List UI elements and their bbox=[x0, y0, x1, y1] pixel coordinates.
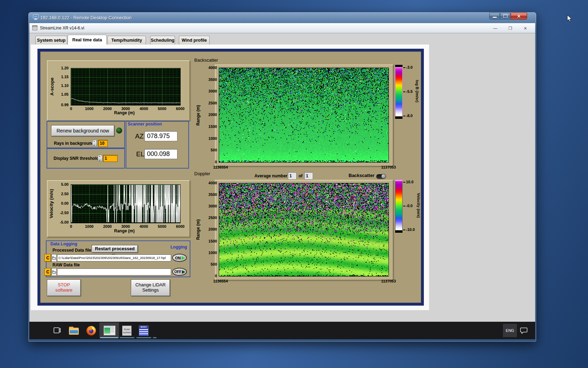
tab-label: System setup bbox=[37, 38, 65, 43]
tab-label: Wind profile bbox=[182, 38, 207, 43]
rdc-minimize-button[interactable] bbox=[489, 13, 500, 20]
scan-sched-label1: Scan bbox=[122, 328, 131, 331]
language-label: ENG bbox=[506, 328, 514, 333]
maximize-icon bbox=[503, 14, 507, 18]
tab-label: Scheduling bbox=[151, 38, 174, 43]
app-titlebar[interactable] bbox=[29, 23, 535, 33]
tab-label: Temp/humidity bbox=[111, 38, 142, 43]
main-panel bbox=[37, 49, 424, 306]
scan-sched-label2: sched bbox=[122, 331, 131, 334]
desktop-background: 192.168.0.122 - Remote Desktop Connectio… bbox=[0, 0, 588, 368]
app-thumbnail-icon bbox=[104, 326, 115, 335]
app-restore-button[interactable]: ❐ bbox=[505, 26, 516, 31]
tab-wind-profile[interactable]: Wind profile bbox=[179, 36, 210, 45]
scan-sched-app-icon[interactable]: Scan sched bbox=[122, 326, 132, 336]
rdc-window-title: 192.168.0.122 - Remote Desktop Connectio… bbox=[40, 15, 132, 20]
rdc-close-button[interactable]: ✕ bbox=[511, 13, 527, 20]
rdc-maximize-button[interactable] bbox=[500, 13, 510, 20]
active-app-underline bbox=[100, 337, 118, 338]
mouse-cursor bbox=[567, 15, 573, 22]
tab-real-time-data[interactable]: Real time data bbox=[68, 35, 107, 45]
app-minimize-button[interactable]: — bbox=[490, 26, 500, 31]
file-explorer-icon[interactable] bbox=[69, 327, 79, 334]
task-view-icon[interactable] bbox=[53, 326, 62, 335]
tab-label: Real time data bbox=[72, 38, 102, 42]
scan-sched-underline bbox=[120, 337, 134, 338]
language-indicator[interactable]: ENG bbox=[503, 324, 517, 337]
minimize-icon bbox=[493, 17, 497, 18]
tab-temp-humidity[interactable]: Temp/humidity bbox=[107, 36, 146, 45]
notification-chat-icon[interactable] bbox=[520, 327, 528, 334]
firefox-icon[interactable] bbox=[86, 326, 96, 335]
week-underline bbox=[136, 337, 151, 338]
tab-system-setup[interactable]: System setup bbox=[35, 36, 67, 45]
week-label: WEEK bbox=[139, 326, 148, 328]
vi-icon bbox=[32, 25, 38, 31]
week-schedule-app-icon[interactable]: WEEK bbox=[139, 326, 148, 336]
rdc-icon bbox=[33, 14, 39, 20]
tab-scheduling[interactable]: Scheduling bbox=[150, 36, 175, 45]
extra-underline bbox=[153, 337, 156, 338]
active-app-taskbar-button[interactable] bbox=[99, 322, 119, 338]
app-window-title: StreamLine XR v14-6.vi bbox=[40, 26, 84, 30]
app-close-button[interactable]: ✕ bbox=[520, 26, 531, 31]
